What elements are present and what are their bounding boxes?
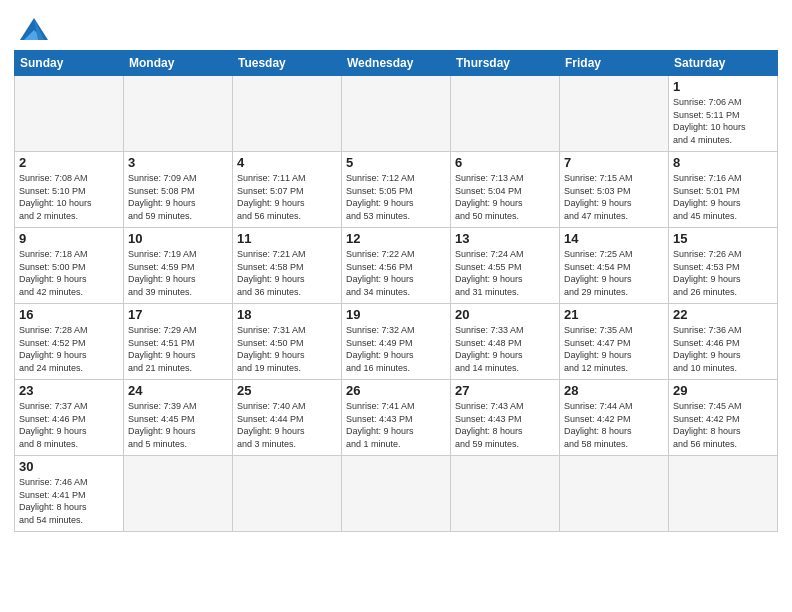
day-number: 21 xyxy=(564,307,664,322)
day-number: 14 xyxy=(564,231,664,246)
calendar-cell: 17Sunrise: 7:29 AM Sunset: 4:51 PM Dayli… xyxy=(124,304,233,380)
day-number: 9 xyxy=(19,231,119,246)
day-info: Sunrise: 7:15 AM Sunset: 5:03 PM Dayligh… xyxy=(564,172,664,222)
day-info: Sunrise: 7:08 AM Sunset: 5:10 PM Dayligh… xyxy=(19,172,119,222)
logo xyxy=(14,14,52,44)
calendar-cell: 28Sunrise: 7:44 AM Sunset: 4:42 PM Dayli… xyxy=(560,380,669,456)
week-row-3: 9Sunrise: 7:18 AM Sunset: 5:00 PM Daylig… xyxy=(15,228,778,304)
calendar-cell: 19Sunrise: 7:32 AM Sunset: 4:49 PM Dayli… xyxy=(342,304,451,380)
weekday-header-monday: Monday xyxy=(124,51,233,76)
day-info: Sunrise: 7:44 AM Sunset: 4:42 PM Dayligh… xyxy=(564,400,664,450)
day-number: 15 xyxy=(673,231,773,246)
day-number: 13 xyxy=(455,231,555,246)
day-info: Sunrise: 7:13 AM Sunset: 5:04 PM Dayligh… xyxy=(455,172,555,222)
day-info: Sunrise: 7:12 AM Sunset: 5:05 PM Dayligh… xyxy=(346,172,446,222)
calendar-page: SundayMondayTuesdayWednesdayThursdayFrid… xyxy=(0,0,792,612)
calendar-cell: 23Sunrise: 7:37 AM Sunset: 4:46 PM Dayli… xyxy=(15,380,124,456)
calendar-cell: 21Sunrise: 7:35 AM Sunset: 4:47 PM Dayli… xyxy=(560,304,669,380)
calendar-cell: 13Sunrise: 7:24 AM Sunset: 4:55 PM Dayli… xyxy=(451,228,560,304)
calendar-cell: 5Sunrise: 7:12 AM Sunset: 5:05 PM Daylig… xyxy=(342,152,451,228)
day-info: Sunrise: 7:43 AM Sunset: 4:43 PM Dayligh… xyxy=(455,400,555,450)
calendar-cell: 29Sunrise: 7:45 AM Sunset: 4:42 PM Dayli… xyxy=(669,380,778,456)
calendar-cell: 16Sunrise: 7:28 AM Sunset: 4:52 PM Dayli… xyxy=(15,304,124,380)
weekday-header-friday: Friday xyxy=(560,51,669,76)
day-info: Sunrise: 7:35 AM Sunset: 4:47 PM Dayligh… xyxy=(564,324,664,374)
calendar-cell: 20Sunrise: 7:33 AM Sunset: 4:48 PM Dayli… xyxy=(451,304,560,380)
day-info: Sunrise: 7:18 AM Sunset: 5:00 PM Dayligh… xyxy=(19,248,119,298)
day-info: Sunrise: 7:36 AM Sunset: 4:46 PM Dayligh… xyxy=(673,324,773,374)
calendar-cell: 10Sunrise: 7:19 AM Sunset: 4:59 PM Dayli… xyxy=(124,228,233,304)
calendar-cell: 18Sunrise: 7:31 AM Sunset: 4:50 PM Dayli… xyxy=(233,304,342,380)
day-number: 24 xyxy=(128,383,228,398)
day-number: 2 xyxy=(19,155,119,170)
day-info: Sunrise: 7:16 AM Sunset: 5:01 PM Dayligh… xyxy=(673,172,773,222)
calendar-cell xyxy=(233,456,342,532)
calendar-cell xyxy=(124,76,233,152)
day-number: 3 xyxy=(128,155,228,170)
day-number: 20 xyxy=(455,307,555,322)
header xyxy=(14,10,778,44)
calendar-cell: 24Sunrise: 7:39 AM Sunset: 4:45 PM Dayli… xyxy=(124,380,233,456)
week-row-4: 16Sunrise: 7:28 AM Sunset: 4:52 PM Dayli… xyxy=(15,304,778,380)
calendar-cell xyxy=(451,456,560,532)
calendar-cell: 14Sunrise: 7:25 AM Sunset: 4:54 PM Dayli… xyxy=(560,228,669,304)
weekday-header-wednesday: Wednesday xyxy=(342,51,451,76)
day-number: 4 xyxy=(237,155,337,170)
calendar-cell xyxy=(15,76,124,152)
calendar-cell: 12Sunrise: 7:22 AM Sunset: 4:56 PM Dayli… xyxy=(342,228,451,304)
week-row-1: 1Sunrise: 7:06 AM Sunset: 5:11 PM Daylig… xyxy=(15,76,778,152)
calendar-cell xyxy=(342,456,451,532)
day-info: Sunrise: 7:46 AM Sunset: 4:41 PM Dayligh… xyxy=(19,476,119,526)
day-number: 6 xyxy=(455,155,555,170)
day-info: Sunrise: 7:19 AM Sunset: 4:59 PM Dayligh… xyxy=(128,248,228,298)
calendar-cell: 26Sunrise: 7:41 AM Sunset: 4:43 PM Dayli… xyxy=(342,380,451,456)
day-info: Sunrise: 7:39 AM Sunset: 4:45 PM Dayligh… xyxy=(128,400,228,450)
day-number: 28 xyxy=(564,383,664,398)
day-number: 22 xyxy=(673,307,773,322)
calendar-cell xyxy=(560,76,669,152)
day-number: 10 xyxy=(128,231,228,246)
calendar-cell: 1Sunrise: 7:06 AM Sunset: 5:11 PM Daylig… xyxy=(669,76,778,152)
day-info: Sunrise: 7:37 AM Sunset: 4:46 PM Dayligh… xyxy=(19,400,119,450)
day-number: 29 xyxy=(673,383,773,398)
calendar-cell: 2Sunrise: 7:08 AM Sunset: 5:10 PM Daylig… xyxy=(15,152,124,228)
day-number: 23 xyxy=(19,383,119,398)
calendar-cell: 22Sunrise: 7:36 AM Sunset: 4:46 PM Dayli… xyxy=(669,304,778,380)
day-number: 1 xyxy=(673,79,773,94)
day-info: Sunrise: 7:24 AM Sunset: 4:55 PM Dayligh… xyxy=(455,248,555,298)
day-info: Sunrise: 7:22 AM Sunset: 4:56 PM Dayligh… xyxy=(346,248,446,298)
day-number: 11 xyxy=(237,231,337,246)
day-info: Sunrise: 7:11 AM Sunset: 5:07 PM Dayligh… xyxy=(237,172,337,222)
week-row-6: 30Sunrise: 7:46 AM Sunset: 4:41 PM Dayli… xyxy=(15,456,778,532)
day-info: Sunrise: 7:29 AM Sunset: 4:51 PM Dayligh… xyxy=(128,324,228,374)
logo-icon xyxy=(16,14,52,44)
calendar-cell: 30Sunrise: 7:46 AM Sunset: 4:41 PM Dayli… xyxy=(15,456,124,532)
day-number: 18 xyxy=(237,307,337,322)
day-info: Sunrise: 7:32 AM Sunset: 4:49 PM Dayligh… xyxy=(346,324,446,374)
day-info: Sunrise: 7:40 AM Sunset: 4:44 PM Dayligh… xyxy=(237,400,337,450)
week-row-5: 23Sunrise: 7:37 AM Sunset: 4:46 PM Dayli… xyxy=(15,380,778,456)
calendar-cell: 4Sunrise: 7:11 AM Sunset: 5:07 PM Daylig… xyxy=(233,152,342,228)
calendar-cell xyxy=(342,76,451,152)
day-number: 27 xyxy=(455,383,555,398)
day-info: Sunrise: 7:25 AM Sunset: 4:54 PM Dayligh… xyxy=(564,248,664,298)
day-number: 7 xyxy=(564,155,664,170)
day-info: Sunrise: 7:28 AM Sunset: 4:52 PM Dayligh… xyxy=(19,324,119,374)
week-row-2: 2Sunrise: 7:08 AM Sunset: 5:10 PM Daylig… xyxy=(15,152,778,228)
calendar-cell: 25Sunrise: 7:40 AM Sunset: 4:44 PM Dayli… xyxy=(233,380,342,456)
day-info: Sunrise: 7:41 AM Sunset: 4:43 PM Dayligh… xyxy=(346,400,446,450)
day-number: 12 xyxy=(346,231,446,246)
calendar-cell: 7Sunrise: 7:15 AM Sunset: 5:03 PM Daylig… xyxy=(560,152,669,228)
calendar-cell xyxy=(560,456,669,532)
day-number: 8 xyxy=(673,155,773,170)
weekday-header-row: SundayMondayTuesdayWednesdayThursdayFrid… xyxy=(15,51,778,76)
calendar-cell xyxy=(124,456,233,532)
day-number: 17 xyxy=(128,307,228,322)
weekday-header-saturday: Saturday xyxy=(669,51,778,76)
weekday-header-thursday: Thursday xyxy=(451,51,560,76)
calendar-cell: 27Sunrise: 7:43 AM Sunset: 4:43 PM Dayli… xyxy=(451,380,560,456)
day-info: Sunrise: 7:06 AM Sunset: 5:11 PM Dayligh… xyxy=(673,96,773,146)
calendar-cell xyxy=(233,76,342,152)
calendar-cell: 3Sunrise: 7:09 AM Sunset: 5:08 PM Daylig… xyxy=(124,152,233,228)
calendar-cell: 9Sunrise: 7:18 AM Sunset: 5:00 PM Daylig… xyxy=(15,228,124,304)
